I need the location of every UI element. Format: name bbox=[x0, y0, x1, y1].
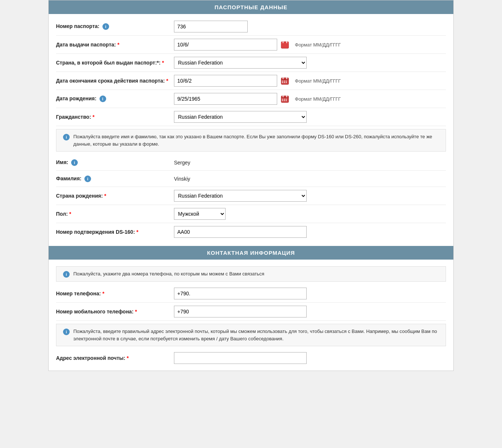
passport-issue-date-row: Дата выдачи паспорта: * bbox=[56, 36, 446, 54]
passport-number-label: Номер паспорта: i bbox=[56, 23, 174, 30]
gender-label: Пол: * bbox=[56, 211, 174, 217]
passport-expiry-input-col: Формат ММ/ДД/ГГГГ bbox=[174, 75, 446, 87]
section1-title: ПАСПОРТНЫЕ ДАННЫЕ bbox=[215, 4, 287, 10]
first-name-info-icon[interactable]: i bbox=[71, 159, 78, 166]
svg-rect-5 bbox=[282, 45, 283, 45]
gender-row: Пол: * Мужской Женский bbox=[56, 205, 446, 223]
passport-expiry-format: Формат ММ/ДД/ГГГГ bbox=[295, 78, 341, 84]
passport-form-body: Номер паспорта: i Дата выдачи паспорта: … bbox=[49, 14, 453, 244]
last-name-info-icon[interactable]: i bbox=[84, 176, 91, 182]
svg-rect-15 bbox=[282, 81, 283, 81]
contact-form-body: i Пожалуйста, укажите два номера телефон… bbox=[49, 260, 453, 371]
svg-rect-25 bbox=[282, 99, 283, 100]
email-input[interactable] bbox=[174, 352, 307, 364]
email-info-icon: i bbox=[63, 329, 70, 335]
svg-rect-22 bbox=[281, 97, 289, 98]
phone-info-icon: i bbox=[63, 271, 70, 278]
passport-number-input-col bbox=[174, 21, 446, 32]
first-name-label: Имя: i bbox=[56, 159, 174, 166]
ds160-input-col bbox=[174, 226, 446, 238]
email-info-text: Пожалуйста, введите правильный адрес эле… bbox=[73, 328, 440, 342]
passport-name-info-text: Пожалуйста введите имя и фамилию, так ка… bbox=[73, 133, 440, 147]
passport-country-row: Страна, в которой был выдан паспорт:*: *… bbox=[56, 54, 446, 72]
svg-rect-10 bbox=[286, 46, 287, 47]
svg-rect-2 bbox=[281, 43, 289, 44]
passport-country-label: Страна, в которой был выдан паспорт:*: * bbox=[56, 60, 174, 66]
birth-country-row: Страна рождения: * Russian Federation Un… bbox=[56, 187, 446, 205]
citizenship-input-col: Russian Federation United States Germany… bbox=[174, 111, 446, 123]
birth-date-info-icon[interactable]: i bbox=[100, 95, 106, 102]
ds160-input[interactable] bbox=[174, 226, 307, 238]
mobile-row: Номер мобильного телефона: * bbox=[56, 303, 446, 321]
passport-expiry-calendar-icon[interactable] bbox=[280, 76, 290, 86]
birth-country-select[interactable]: Russian Federation United States Germany… bbox=[174, 190, 307, 202]
gender-select[interactable]: Мужской Женский bbox=[174, 208, 226, 220]
section2-title: КОНТАКТНАЯ ИНФОРМАЦИЯ bbox=[207, 250, 295, 256]
mobile-input-col bbox=[174, 306, 446, 317]
phone-input-col bbox=[174, 288, 446, 299]
passport-expiry-input[interactable] bbox=[174, 75, 277, 87]
first-name-row: Имя: i Sergey bbox=[56, 154, 446, 171]
birth-date-format: Формат ММ/ДД/ГГГГ bbox=[295, 96, 341, 102]
last-name-value: Vinskiy bbox=[174, 176, 190, 182]
birth-date-calendar-icon[interactable] bbox=[280, 94, 290, 104]
svg-rect-28 bbox=[282, 100, 283, 101]
passport-expiry-row: Дата окончания срока действия паспорта: … bbox=[56, 72, 446, 90]
citizenship-select[interactable]: Russian Federation United States Germany… bbox=[174, 111, 307, 123]
last-name-label: Фамилия: i bbox=[56, 176, 174, 182]
email-label: Адрес электронной почты: * bbox=[56, 355, 174, 361]
last-name-row: Фамилия: i Vinskiy bbox=[56, 171, 446, 187]
passport-number-row: Номер паспорта: i bbox=[56, 18, 446, 36]
birth-date-input-col: Формат ММ/ДД/ГГГГ bbox=[174, 93, 446, 105]
svg-rect-20 bbox=[286, 82, 287, 83]
birth-date-label: Дата рождения: i bbox=[56, 95, 174, 102]
mobile-input[interactable] bbox=[174, 306, 307, 317]
svg-rect-6 bbox=[284, 45, 285, 45]
passport-country-input-col: Russian Federation United States Germany… bbox=[174, 57, 446, 69]
passport-issue-date-calendar-icon[interactable] bbox=[280, 40, 290, 49]
phone-label: Номер телефона: * bbox=[56, 291, 174, 296]
passport-issue-date-label: Дата выдачи паспорта: * bbox=[56, 42, 174, 48]
svg-rect-8 bbox=[282, 46, 283, 47]
svg-rect-30 bbox=[286, 100, 287, 101]
section2-header: КОНТАКТНАЯ ИНФОРМАЦИЯ bbox=[49, 246, 453, 260]
svg-rect-26 bbox=[284, 99, 285, 100]
svg-rect-12 bbox=[281, 79, 289, 80]
page-wrapper: ПАСПОРТНЫЕ ДАННЫЕ Номер паспорта: i Дата… bbox=[48, 0, 454, 371]
svg-rect-27 bbox=[286, 99, 287, 100]
first-name-value-col: Sergey bbox=[174, 160, 446, 166]
birth-date-input[interactable] bbox=[174, 93, 277, 105]
passport-name-info-block: i Пожалуйста введите имя и фамилию, так … bbox=[56, 129, 446, 152]
svg-rect-29 bbox=[284, 100, 285, 101]
passport-country-select[interactable]: Russian Federation United States Germany… bbox=[174, 57, 307, 69]
svg-rect-9 bbox=[284, 46, 285, 47]
last-name-value-col: Vinskiy bbox=[174, 176, 446, 182]
birth-date-row: Дата рождения: i bbox=[56, 90, 446, 108]
email-input-col bbox=[174, 352, 446, 364]
phone-row: Номер телефона: * bbox=[56, 285, 446, 303]
passport-issue-date-input[interactable] bbox=[174, 39, 277, 51]
passport-issue-date-input-col: Формат ММ/ДД/ГГГГ bbox=[174, 39, 446, 51]
passport-issue-date-format: Формат ММ/ДД/ГГГГ bbox=[295, 42, 341, 48]
svg-rect-19 bbox=[284, 82, 285, 83]
phone-info-block: i Пожалуйста, укажите два номера телефон… bbox=[56, 266, 446, 282]
citizenship-row: Гражданство: * Russian Federation United… bbox=[56, 108, 446, 126]
ds160-label: Номер подтверждения DS-160: * bbox=[56, 229, 174, 235]
first-name-value: Sergey bbox=[174, 160, 190, 166]
passport-expiry-label: Дата окончания срока действия паспорта: … bbox=[56, 78, 174, 84]
ds160-row: Номер подтверждения DS-160: * bbox=[56, 223, 446, 241]
email-row: Адрес электронной почты: * bbox=[56, 349, 446, 367]
passport-number-info-icon[interactable]: i bbox=[102, 23, 109, 30]
passport-number-input[interactable] bbox=[174, 21, 248, 32]
email-info-block: i Пожалуйста, введите правильный адрес э… bbox=[56, 324, 446, 346]
svg-rect-16 bbox=[284, 81, 285, 81]
svg-rect-18 bbox=[282, 82, 283, 83]
gender-input-col: Мужской Женский bbox=[174, 208, 446, 220]
svg-rect-7 bbox=[286, 45, 287, 45]
phone-info-text: Пожалуйста, укажите два номера телефона,… bbox=[73, 270, 264, 278]
birth-country-label: Страна рождения: * bbox=[56, 193, 174, 199]
svg-rect-17 bbox=[286, 81, 287, 81]
phone-input[interactable] bbox=[174, 288, 307, 299]
citizenship-label: Гражданство: * bbox=[56, 114, 174, 120]
birth-country-input-col: Russian Federation United States Germany… bbox=[174, 190, 446, 202]
